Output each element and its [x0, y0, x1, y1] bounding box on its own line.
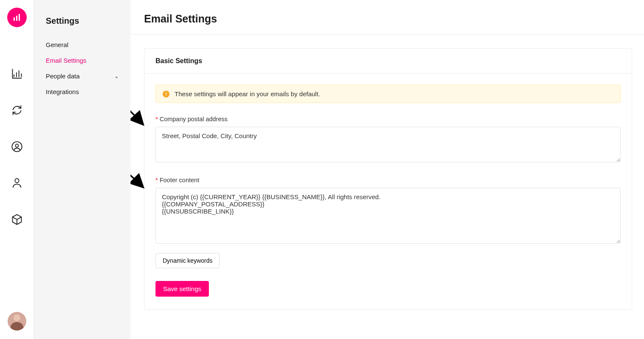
svg-point-3: [12, 142, 22, 151]
icon-rail: [0, 0, 34, 339]
divider: [130, 34, 644, 35]
sidebar-item-people-data[interactable]: People data ⌄: [34, 68, 130, 84]
footer-content-field: *Footer content: [155, 177, 621, 245]
svg-rect-0: [14, 17, 15, 21]
company-address-input[interactable]: [155, 127, 621, 162]
sidebar-item-label: General: [46, 41, 68, 48]
bar-chart-icon: [11, 68, 23, 80]
basic-settings-card: Basic Settings ! These settings will app…: [144, 48, 632, 310]
default-settings-alert: ! These settings will appear in your ema…: [155, 85, 621, 103]
sync-icon: [11, 104, 23, 116]
footer-content-label: *Footer content: [155, 177, 621, 183]
logo[interactable]: [7, 8, 27, 27]
page-title: Email Settings: [144, 13, 632, 25]
main-content: Email Settings Basic Settings ! These se…: [130, 0, 644, 339]
chart-bars-icon: [12, 12, 22, 22]
settings-sidebar: Settings General Email Settings People d…: [34, 0, 130, 339]
user-icon: [11, 177, 23, 189]
svg-point-5: [15, 179, 19, 183]
sidebar-item-label: People data: [46, 72, 80, 80]
svg-rect-2: [19, 14, 20, 21]
svg-point-4: [15, 144, 18, 147]
nav-user[interactable]: [8, 175, 25, 192]
sidebar-title: Settings: [34, 16, 130, 37]
sidebar-item-general[interactable]: General: [34, 37, 130, 53]
box-icon: [11, 214, 23, 225]
sidebar-item-label: Integrations: [46, 88, 79, 95]
nav-package[interactable]: [8, 211, 25, 228]
sidebar-item-integrations[interactable]: Integrations: [34, 84, 130, 100]
alert-text: These settings will appear in your email…: [175, 90, 320, 97]
card-header: Basic Settings: [144, 49, 632, 74]
footer-content-input[interactable]: [155, 188, 621, 244]
nav-analytics[interactable]: [8, 65, 25, 82]
info-icon: !: [163, 91, 169, 97]
nav-sync[interactable]: [8, 102, 25, 119]
nav-audience[interactable]: [8, 138, 25, 155]
company-address-label: *Company postal address: [155, 116, 621, 122]
avatar[interactable]: [8, 312, 26, 331]
svg-rect-1: [16, 16, 17, 21]
user-gear-icon: [11, 141, 23, 153]
save-settings-button[interactable]: Save settings: [155, 281, 209, 297]
company-address-field: *Company postal address: [155, 116, 621, 164]
sidebar-item-label: Email Settings: [46, 57, 86, 64]
dynamic-keywords-button[interactable]: Dynamic keywords: [155, 253, 219, 268]
chevron-down-icon: ⌄: [114, 73, 119, 79]
sidebar-item-email-settings[interactable]: Email Settings: [34, 53, 130, 68]
